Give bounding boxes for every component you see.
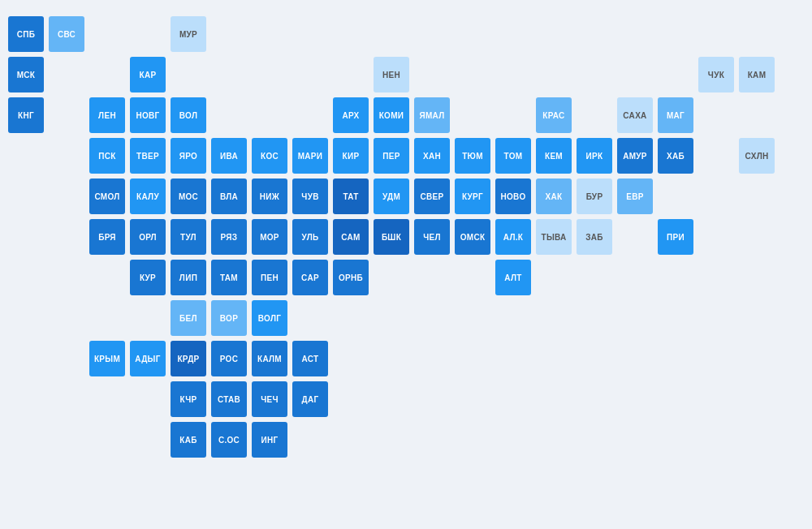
region-инг[interactable]: ИНГ: [252, 422, 287, 458]
region-лип[interactable]: ЛИП: [171, 260, 206, 295]
region-при[interactable]: ПРИ: [658, 219, 693, 255]
region-хан[interactable]: ХАН: [414, 138, 450, 174]
region-хак[interactable]: ХАК: [536, 178, 572, 214]
region-вла[interactable]: ВЛА: [211, 178, 247, 214]
region-мур[interactable]: МУР: [171, 16, 206, 52]
region-мари[interactable]: МАРИ: [292, 138, 328, 174]
region-тул[interactable]: ТУЛ: [171, 219, 206, 255]
region-рос[interactable]: РОС: [211, 341, 247, 376]
region-аст[interactable]: АСТ: [292, 341, 328, 376]
region-мор[interactable]: МОР: [252, 219, 287, 255]
region-став[interactable]: СТАВ: [211, 381, 247, 417]
region-маг[interactable]: МАГ: [658, 97, 693, 133]
region-даг[interactable]: ДАГ: [292, 381, 328, 417]
region-твер[interactable]: ТВЕР: [130, 138, 166, 174]
region-ива[interactable]: ИВА: [211, 138, 247, 174]
region-лен[interactable]: ЛЕН: [89, 97, 125, 133]
region-том[interactable]: ТОМ: [495, 138, 531, 174]
region-хаб[interactable]: ХАБ: [658, 138, 693, 174]
region-кам[interactable]: КАМ: [739, 57, 775, 92]
region-крас[interactable]: КРАС: [536, 97, 572, 133]
region-вор[interactable]: ВОР: [211, 300, 247, 336]
region-удм[interactable]: УДМ: [374, 178, 409, 214]
region-пск[interactable]: ПСК: [89, 138, 125, 174]
region-кчр[interactable]: КЧР: [171, 381, 206, 417]
region-бшк[interactable]: БШК: [374, 219, 409, 255]
region-калу[interactable]: КАЛУ: [130, 178, 166, 214]
region-чув[interactable]: ЧУВ: [292, 178, 328, 214]
region-кир[interactable]: КИР: [333, 138, 369, 174]
region-кур[interactable]: КУР: [130, 260, 166, 295]
region-вол[interactable]: ВОЛ: [171, 97, 206, 133]
region-кем[interactable]: КЕМ: [536, 138, 572, 174]
region-смол[interactable]: СМОЛ: [89, 178, 125, 214]
region-кар[interactable]: КАР: [130, 57, 166, 92]
region-бел[interactable]: БЕЛ: [171, 300, 206, 336]
region-тыва[interactable]: ТЫВА: [536, 219, 572, 255]
region-ирк[interactable]: ИРК: [577, 138, 612, 174]
region-тат[interactable]: ТАТ: [333, 178, 369, 214]
region-с.ос[interactable]: С.ОС: [211, 422, 247, 458]
region-кос[interactable]: КОС: [252, 138, 287, 174]
region-спб[interactable]: СПБ: [8, 16, 44, 52]
region-ряз[interactable]: РЯЗ: [211, 219, 247, 255]
region-уль[interactable]: УЛЬ: [292, 219, 328, 255]
region-тюм[interactable]: ТЮМ: [455, 138, 490, 174]
region-бур[interactable]: БУР: [577, 178, 612, 214]
region-омск[interactable]: ОМСК: [455, 219, 490, 255]
region-ал.к[interactable]: АЛ.К: [495, 219, 531, 255]
region-ниж[interactable]: НИЖ: [252, 178, 287, 214]
region-ямал[interactable]: ЯМАЛ: [414, 97, 450, 133]
region-нен[interactable]: НЕН: [374, 57, 409, 92]
region-коми[interactable]: КОМИ: [374, 97, 409, 133]
region-кнг[interactable]: КНГ: [8, 97, 44, 133]
region-адыг[interactable]: АДЫГ: [130, 341, 166, 376]
region-мос[interactable]: МОС: [171, 178, 206, 214]
region-мск[interactable]: МСК: [8, 57, 44, 92]
region-сам[interactable]: САМ: [333, 219, 369, 255]
region-новг[interactable]: НОВГ: [130, 97, 166, 133]
region-сар[interactable]: САР: [292, 260, 328, 295]
region-чеч[interactable]: ЧЕЧ: [252, 381, 287, 417]
region-бря[interactable]: БРЯ: [89, 219, 125, 255]
region-крдр[interactable]: КРДР: [171, 341, 206, 376]
region-там[interactable]: ТАМ: [211, 260, 247, 295]
region-чук[interactable]: ЧУК: [698, 57, 734, 92]
region-пер[interactable]: ПЕР: [374, 138, 409, 174]
region-алт[interactable]: АЛТ: [495, 260, 531, 295]
region-кург[interactable]: КУРГ: [455, 178, 490, 214]
region-саха[interactable]: САХА: [617, 97, 653, 133]
region-каб[interactable]: КАБ: [171, 422, 206, 458]
region-свер[interactable]: СВЕР: [414, 178, 450, 214]
region-волг[interactable]: ВОЛГ: [252, 300, 287, 336]
region-арх[interactable]: АРХ: [333, 97, 369, 133]
region-ново[interactable]: НОВО: [495, 178, 531, 214]
region-калм[interactable]: КАЛМ: [252, 341, 287, 376]
region-амур[interactable]: АМУР: [617, 138, 653, 174]
region-яро[interactable]: ЯРО: [171, 138, 206, 174]
region-евр[interactable]: ЕВР: [617, 178, 653, 214]
region-чел[interactable]: ЧЕЛ: [414, 219, 450, 255]
region-орнб[interactable]: ОРНБ: [333, 260, 369, 295]
region-схлн[interactable]: СХЛН: [739, 138, 775, 174]
region-пен[interactable]: ПЕН: [252, 260, 287, 295]
region-свс[interactable]: СВС: [49, 16, 84, 52]
russia-map: СПБСВСМУРМСККАРНЕНЧУККАМКНГЛЕННОВГВОЛАРХ…: [0, 0, 812, 529]
region-заб[interactable]: ЗАБ: [577, 219, 612, 255]
region-орл[interactable]: ОРЛ: [130, 219, 166, 255]
region-крым[interactable]: КРЫМ: [89, 341, 125, 376]
